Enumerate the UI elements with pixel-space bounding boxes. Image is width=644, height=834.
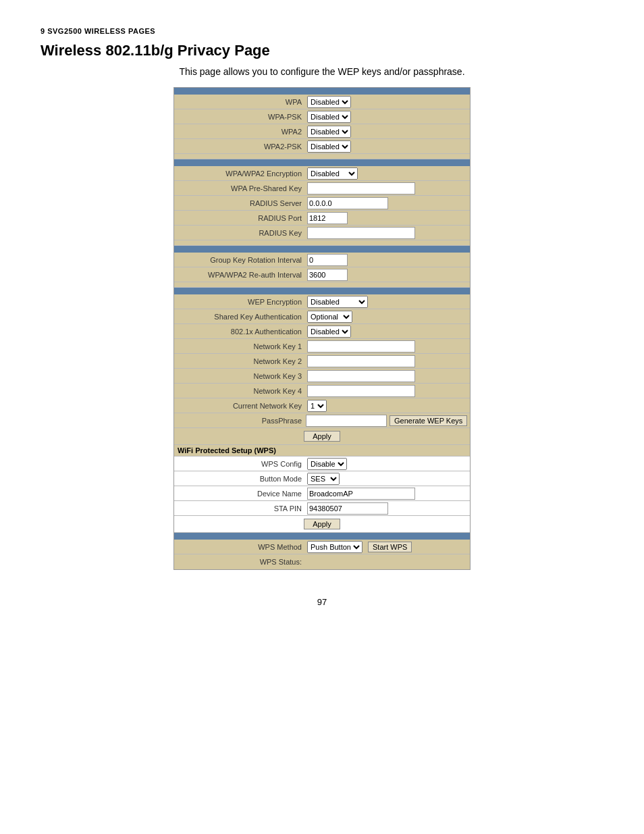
- spacer-3: [174, 282, 470, 288]
- wpa2psk-row: WPA2-PSK DisabledEnabled: [174, 139, 470, 154]
- network-key4-field[interactable]: [307, 385, 415, 397]
- sta-pin-label: STA PIN: [174, 504, 306, 513]
- wpa2-select[interactable]: DisabledEnabled: [307, 126, 351, 138]
- network-key3-row: Network Key 3: [174, 369, 470, 384]
- radius-server-input: [306, 197, 470, 210]
- device-name-row: Device Name: [174, 486, 470, 501]
- network-key2-field[interactable]: [307, 355, 415, 367]
- wps-status-label: WPS Status:: [174, 558, 306, 566]
- button-mode-row: Button Mode SESWPS: [174, 471, 470, 486]
- wpa2-label: WPA2: [174, 128, 306, 136]
- start-wps-button[interactable]: Start WPS: [368, 542, 412, 552]
- network-key1-row: Network Key 1: [174, 339, 470, 354]
- radius-server-label: RADIUS Server: [174, 199, 306, 207]
- shared-key-input: OptionalRequired: [306, 310, 470, 323]
- radius-port-input: [306, 211, 470, 225]
- wpa-preshared-row: WPA Pre-Shared Key: [174, 181, 470, 196]
- wpa-encryption-row: WPA/WPA2 Encryption DisabledTKIPAESTKIP+…: [174, 166, 470, 181]
- page-description: This page allows you to configure the WE…: [41, 66, 603, 77]
- generate-wep-keys-button[interactable]: Generate WEP Keys: [390, 415, 467, 426]
- button-mode-select[interactable]: SESWPS: [307, 473, 340, 485]
- radius-server-row: RADIUS Server: [174, 196, 470, 211]
- network-key3-label: Network Key 3: [174, 372, 306, 380]
- wpapsk-select[interactable]: DisabledEnabled: [307, 111, 351, 123]
- wps-config-input: DisableEnable: [306, 457, 470, 471]
- auth-8021x-label: 802.1x Authentication: [174, 328, 306, 336]
- auth-8021x-select[interactable]: DisabledEnabled: [307, 325, 351, 338]
- network-key1-input: [306, 340, 470, 353]
- shared-key-label: Shared Key Authentication: [174, 313, 306, 321]
- wpa-row: WPA DisabledEnabled: [174, 95, 470, 109]
- apply-button-1[interactable]: Apply: [304, 431, 340, 442]
- wpa-preshared-input: [306, 182, 470, 195]
- form-container: WPA DisabledEnabled WPA-PSK DisabledEnab…: [173, 87, 471, 570]
- current-network-key-input: 1234: [306, 399, 470, 413]
- radius-key-field[interactable]: [307, 227, 415, 239]
- wps-config-select[interactable]: DisableEnable: [307, 458, 347, 470]
- section-header-3: [174, 246, 470, 253]
- wps-method-select[interactable]: Push ButtonPIN: [307, 541, 363, 553]
- network-key2-input: [306, 355, 470, 368]
- page-title: Wireless 802.11b/g Privacy Page: [41, 42, 603, 59]
- network-key4-label: Network Key 4: [174, 387, 306, 395]
- passphrase-row: PassPhrase Generate WEP Keys: [174, 413, 470, 428]
- apply-button-2[interactable]: Apply: [304, 519, 340, 529]
- shared-key-select[interactable]: OptionalRequired: [307, 311, 352, 323]
- spacer-1: [174, 154, 470, 159]
- network-key3-input: [306, 369, 470, 383]
- auth-8021x-input: DisabledEnabled: [306, 325, 470, 338]
- current-network-key-label: Current Network Key: [174, 402, 306, 410]
- auth-8021x-row: 802.1x Authentication DisabledEnabled: [174, 324, 470, 339]
- section-header-2: [174, 159, 470, 166]
- wpa2psk-select[interactable]: DisabledEnabled: [307, 140, 351, 153]
- device-name-field[interactable]: [307, 488, 415, 500]
- reauth-input: [306, 268, 470, 282]
- wpa-encryption-label: WPA/WPA2 Encryption: [174, 170, 306, 178]
- chapter-label: 9 SVG2500 WIRELESS PAGES: [41, 27, 603, 35]
- network-key2-row: Network Key 2: [174, 354, 470, 369]
- passphrase-label: PassPhrase: [174, 417, 306, 425]
- wpa-encryption-select[interactable]: DisabledTKIPAESTKIP+AES: [307, 167, 358, 180]
- network-key2-label: Network Key 2: [174, 357, 306, 365]
- group-key-field[interactable]: [307, 254, 348, 266]
- apply-row-2: Apply: [174, 516, 470, 533]
- section-header-1: [174, 88, 470, 95]
- wps-section-label: WiFi Protected Setup (WPS): [174, 445, 470, 457]
- reauth-row: WPA/WPA2 Re-auth Interval: [174, 267, 470, 282]
- group-key-row: Group Key Rotation Interval: [174, 253, 470, 267]
- reauth-field[interactable]: [307, 269, 348, 281]
- radius-port-row: RADIUS Port: [174, 211, 470, 226]
- passphrase-field[interactable]: [306, 415, 387, 427]
- current-network-key-select[interactable]: 1234: [307, 400, 327, 412]
- spacer-2: [174, 240, 470, 246]
- radius-port-field[interactable]: [307, 212, 348, 224]
- network-key1-field[interactable]: [307, 340, 415, 353]
- sta-pin-row: STA PIN: [174, 501, 470, 516]
- page-number: 97: [41, 597, 603, 607]
- wpapsk-row: WPA-PSK DisabledEnabled: [174, 109, 470, 124]
- radius-server-field[interactable]: [307, 197, 388, 209]
- wep-encryption-select[interactable]: Disabled64-Bit128-Bit: [307, 296, 368, 308]
- network-key3-field[interactable]: [307, 370, 415, 382]
- wpa-preshared-field[interactable]: [307, 182, 415, 194]
- network-key4-row: Network Key 4: [174, 384, 470, 398]
- wps-config-row: WPS Config DisableEnable: [174, 457, 470, 471]
- section-header-5: [174, 533, 470, 540]
- wpa2-input: DisabledEnabled: [306, 125, 470, 138]
- wps-method-row: WPS Method Push ButtonPIN Start WPS: [174, 540, 470, 554]
- wep-encryption-row: WEP Encryption Disabled64-Bit128-Bit: [174, 294, 470, 309]
- wpa2psk-input: DisabledEnabled: [306, 140, 470, 153]
- button-mode-input: SESWPS: [306, 472, 470, 486]
- wpa-select[interactable]: DisabledEnabled: [307, 96, 351, 108]
- wps-config-label: WPS Config: [174, 460, 306, 468]
- network-key4-input: [306, 384, 470, 398]
- wep-encryption-label: WEP Encryption: [174, 298, 306, 306]
- group-key-input: [306, 253, 470, 267]
- shared-key-row: Shared Key Authentication OptionalRequir…: [174, 309, 470, 324]
- group-key-label: Group Key Rotation Interval: [174, 256, 306, 264]
- sta-pin-field[interactable]: [307, 502, 388, 515]
- wpa2psk-label: WPA2-PSK: [174, 142, 306, 151]
- wps-status-row: WPS Status:: [174, 554, 470, 569]
- wpa-preshared-label: WPA Pre-Shared Key: [174, 184, 306, 192]
- wpapsk-label: WPA-PSK: [174, 113, 306, 121]
